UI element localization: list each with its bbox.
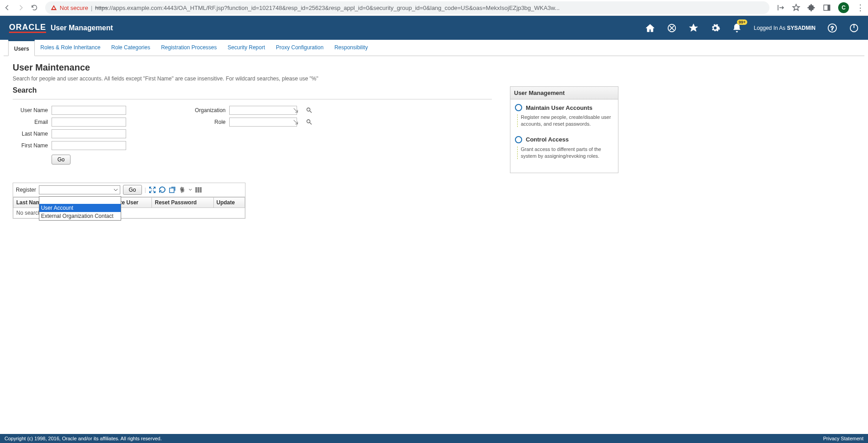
search-go-button[interactable]: Go: [52, 155, 71, 165]
maintain-desc-wrap: Register new people, create/disable user…: [517, 114, 613, 128]
right-column: User Management Maintain User Accounts R…: [510, 86, 618, 219]
not-secure-label: Not secure: [60, 5, 88, 11]
expand-icon[interactable]: [149, 186, 156, 193]
forward-icon[interactable]: [17, 4, 24, 11]
last-name-input[interactable]: [52, 129, 126, 138]
tab-roles[interactable]: Roles & Role Inheritance: [35, 40, 106, 56]
home-icon[interactable]: [645, 23, 655, 33]
chevron-down-icon[interactable]: [189, 188, 192, 192]
left-column: Search User Name Email Last Name: [13, 86, 492, 219]
role-input[interactable]: [229, 118, 297, 127]
refresh-icon[interactable]: [159, 186, 166, 193]
tab-security-report[interactable]: Security Report: [222, 40, 271, 56]
svg-line-10: [310, 123, 311, 124]
url-text: https://apps.example.com:4443/OA_HTML/RF…: [95, 5, 560, 11]
side-panel-icon[interactable]: [823, 4, 831, 12]
results-table-wrap: Register User Account External Organizat…: [13, 183, 245, 219]
favorites-icon[interactable]: [689, 23, 698, 33]
svg-point-7: [307, 108, 310, 111]
svg-line-8: [310, 111, 311, 113]
chevron-down-icon: [113, 188, 118, 192]
tab-role-categories[interactable]: Role Categories: [106, 40, 156, 56]
profile-avatar[interactable]: C: [838, 2, 849, 13]
control-desc-wrap: Grant access to different parts of the s…: [517, 146, 613, 160]
email-label: Email: [13, 119, 48, 125]
svg-rect-11: [170, 188, 174, 193]
col-update[interactable]: Update: [213, 198, 245, 208]
browser-nav: [4, 4, 38, 11]
table-settings-icon[interactable]: [179, 186, 186, 193]
help-icon[interactable]: ?: [827, 23, 837, 33]
page-title: User Maintenance: [13, 62, 855, 73]
oracle-logo: ORACLE: [9, 23, 46, 33]
addr-sep: |: [91, 5, 92, 11]
tab-users[interactable]: Users: [8, 40, 35, 56]
radio-icon: [515, 104, 522, 111]
tab-proxy-configuration[interactable]: Proxy Configuration: [270, 40, 329, 56]
tab-strip: Users Roles & Role Inheritance Role Cate…: [4, 40, 864, 56]
svg-point-9: [307, 120, 310, 123]
notifications-wrap[interactable]: 99+: [732, 23, 742, 33]
star-icon[interactable]: [792, 4, 800, 12]
tab-registration-processes[interactable]: Registration Processes: [156, 40, 222, 56]
divider: [13, 99, 492, 99]
page-body: User Maintenance Search for people and u…: [0, 56, 868, 225]
header-left: ORACLE User Management: [9, 23, 113, 33]
control-desc: Grant access to different parts of the s…: [521, 146, 613, 160]
search-form: User Name Email Last Name First Name: [13, 106, 492, 165]
warning-icon: [51, 5, 57, 11]
last-name-label: Last Name: [13, 131, 48, 137]
kebab-icon[interactable]: ⋮: [856, 3, 864, 13]
header-right: 99+ Logged In As SYSADMIN ?: [645, 23, 859, 33]
user-name-label: User Name: [13, 107, 48, 113]
reload-icon[interactable]: [31, 4, 38, 11]
lov-arrow-icon[interactable]: [292, 107, 299, 113]
svg-rect-1: [828, 5, 830, 10]
tab-responsibility[interactable]: Responsibility: [329, 40, 373, 56]
register-dropdown: User Account External Organization Conta…: [39, 196, 121, 221]
address-bar[interactable]: Not secure | https://apps.example.com:44…: [45, 1, 769, 14]
share-icon[interactable]: [777, 4, 785, 12]
col-reset-password[interactable]: Reset Password: [152, 198, 213, 208]
dropdown-item-blank[interactable]: [39, 197, 121, 204]
dotted-bar-icon: [517, 146, 518, 160]
dropdown-item-user-account[interactable]: User Account: [39, 204, 121, 212]
register-go-button[interactable]: Go: [123, 185, 142, 195]
register-select[interactable]: [39, 185, 120, 194]
svg-rect-13: [195, 187, 197, 193]
side-panel: User Management Maintain User Accounts R…: [510, 86, 618, 173]
notification-badge: 99+: [737, 19, 747, 25]
search-header: Search: [13, 86, 492, 94]
app-title: User Management: [51, 24, 113, 32]
lov-search-icon[interactable]: [306, 119, 312, 125]
email-input[interactable]: [52, 118, 126, 127]
detach-icon[interactable]: [169, 186, 176, 193]
settings-icon[interactable]: [710, 23, 720, 33]
extensions-icon[interactable]: [807, 4, 816, 12]
radio-icon: [515, 136, 522, 143]
user-name-input[interactable]: [52, 106, 126, 115]
power-icon[interactable]: [849, 23, 859, 33]
lov-search-icon[interactable]: [306, 107, 312, 113]
toolbar-sep: |: [145, 187, 146, 193]
lov-arrow-icon[interactable]: [292, 119, 299, 125]
radio-control-access[interactable]: Control Access: [515, 136, 613, 143]
maintain-desc: Register new people, create/disable user…: [521, 114, 613, 128]
maintain-label: Maintain User Accounts: [526, 104, 593, 111]
dotted-bar-icon: [517, 114, 518, 128]
first-name-label: First Name: [13, 142, 48, 149]
columns-icon[interactable]: [195, 186, 202, 193]
svg-text:?: ?: [830, 24, 834, 31]
register-label: Register: [16, 187, 36, 193]
svg-rect-15: [200, 187, 202, 193]
radio-maintain-user-accounts[interactable]: Maintain User Accounts: [515, 104, 613, 111]
back-icon[interactable]: [4, 4, 11, 11]
help-text: Search for people and user accounts. All…: [13, 75, 855, 82]
clock-icon[interactable]: [667, 23, 677, 33]
logged-in-text: Logged In As SYSADMIN: [754, 25, 816, 31]
organization-input[interactable]: [229, 106, 297, 115]
browser-chrome: Not secure | https://apps.example.com:44…: [0, 0, 868, 16]
dropdown-item-external-org[interactable]: External Organization Contact: [39, 212, 121, 220]
first-name-input[interactable]: [52, 141, 126, 150]
table-toolbar: Register User Account External Organizat…: [13, 183, 245, 197]
